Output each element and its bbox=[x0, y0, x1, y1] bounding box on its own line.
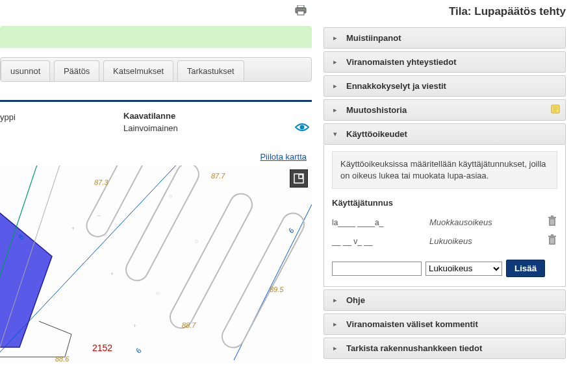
status-label: Tila: bbox=[449, 5, 472, 18]
accordion-title: Ohje bbox=[346, 295, 365, 305]
note-icon bbox=[551, 104, 560, 116]
svg-text:+: + bbox=[110, 271, 114, 277]
tab-tarkastukset[interactable]: Tarkastukset bbox=[177, 60, 244, 81]
permission-label: Lukuoikeus bbox=[429, 236, 547, 246]
kayttooikeudet-body: Käyttöoikeuksissa määritellään käyttäjät… bbox=[324, 145, 566, 287]
kaavatilanne-value: Lainvoimainen bbox=[123, 123, 295, 133]
accordion-title: Tarkista rakennushankkeen tiedot bbox=[346, 343, 482, 353]
accordion-muistiinpanot[interactable]: ▸Muistiinpanot bbox=[324, 27, 566, 49]
yppi-label: yppi bbox=[0, 112, 16, 122]
print-icon[interactable] bbox=[295, 5, 307, 18]
map-label: 89.5 bbox=[270, 286, 284, 293]
svg-rect-8 bbox=[166, 190, 256, 332]
svg-point-4 bbox=[300, 125, 305, 130]
trash-icon[interactable] bbox=[547, 234, 557, 248]
svg-text:○: ○ bbox=[156, 290, 159, 297]
svg-rect-26 bbox=[548, 217, 556, 218]
accordion-viranomaisten-kommentit[interactable]: ▸Viranomaisten väliset kommentit bbox=[324, 313, 566, 335]
map-label: 87.7 bbox=[211, 172, 225, 180]
accordion-tarkista[interactable]: ▸Tarkista rakennushankkeen tiedot bbox=[324, 337, 566, 359]
tab-katselmukset[interactable]: Katselmukset bbox=[103, 60, 173, 81]
kaavatilanne-title: Kaavatilanne bbox=[123, 111, 295, 121]
svg-text:○: ○ bbox=[169, 193, 172, 199]
accordion-title: Muistiinpanot bbox=[346, 33, 401, 43]
chevron-right-icon: ▸ bbox=[331, 34, 340, 42]
add-button[interactable]: Lisää bbox=[506, 260, 545, 277]
user-header: Käyttäjätunnus bbox=[332, 198, 557, 208]
eye-icon[interactable] bbox=[295, 123, 309, 134]
tabs-bar: usunnot Päätös Katselmukset Tarkastukset bbox=[0, 57, 312, 82]
permission-select[interactable]: Lukuoikeus bbox=[425, 262, 502, 276]
status-value-text: Lupapäätös tehty bbox=[474, 5, 566, 18]
username: __ __ v_ __ bbox=[332, 237, 429, 246]
map-viewport[interactable]: +– ++ ○○ ○○ ○ 87.3 87.7 89.5 88.7 2152 8… bbox=[0, 165, 312, 363]
svg-point-3 bbox=[303, 9, 305, 10]
username-input[interactable] bbox=[332, 262, 422, 276]
chevron-right-icon: ▸ bbox=[331, 82, 340, 90]
svg-rect-0 bbox=[298, 5, 304, 8]
map-label: 88.7 bbox=[182, 321, 196, 329]
svg-rect-20 bbox=[299, 175, 303, 178]
svg-rect-2 bbox=[298, 11, 304, 15]
notification-bar bbox=[0, 26, 312, 48]
chevron-down-icon: ▾ bbox=[331, 130, 340, 138]
svg-rect-33 bbox=[551, 234, 553, 236]
accordion-title: Muutoshistoria bbox=[346, 105, 407, 115]
map-label: 88.6 bbox=[55, 355, 70, 363]
svg-rect-32 bbox=[548, 236, 556, 237]
chevron-right-icon: ▸ bbox=[331, 58, 340, 66]
map-label: 87.3 bbox=[94, 178, 108, 186]
tab-usunnot[interactable]: usunnot bbox=[1, 60, 50, 81]
accordion-title: Käyttöoikeudet bbox=[346, 129, 407, 139]
svg-text:+: + bbox=[133, 323, 136, 329]
hide-map-link[interactable]: Piilota kartta bbox=[260, 152, 307, 162]
user-row: la____ ____a_ Muokkausoikeus bbox=[332, 213, 557, 232]
expand-map-icon[interactable] bbox=[290, 169, 308, 188]
chevron-right-icon: ▸ bbox=[331, 344, 340, 352]
svg-text:○: ○ bbox=[81, 261, 84, 267]
info-box: Käyttöoikeuksissa määritellään käyttäjät… bbox=[332, 151, 557, 189]
status-header: Tila: Lupapäätös tehty bbox=[324, 0, 566, 27]
chevron-right-icon: ▸ bbox=[331, 320, 340, 328]
map-label: 6 bbox=[134, 347, 143, 354]
accordion-muutoshistoria[interactable]: ▸Muutoshistoria bbox=[324, 99, 566, 121]
svg-text:○: ○ bbox=[195, 238, 198, 245]
svg-rect-7 bbox=[122, 165, 203, 284]
accordion-ohje[interactable]: ▸Ohje bbox=[324, 289, 566, 311]
svg-text:+: + bbox=[71, 225, 75, 232]
svg-text:–: – bbox=[97, 212, 101, 219]
username: la____ ____a_ bbox=[332, 218, 429, 227]
accordion-ennakkokyselyt[interactable]: ▸Ennakkokyselyt ja viestit bbox=[324, 75, 566, 97]
section-divider bbox=[0, 100, 312, 102]
map-label: 2152 bbox=[92, 343, 112, 353]
svg-rect-27 bbox=[551, 215, 553, 217]
trash-icon[interactable] bbox=[547, 215, 557, 229]
map-label: 6 bbox=[286, 227, 296, 234]
accordion-title: Ennakkokyselyt ja viestit bbox=[346, 81, 446, 91]
chevron-right-icon: ▸ bbox=[331, 106, 340, 114]
accordion-title: Viranomaisten väliset kommentit bbox=[346, 319, 478, 329]
accordion-kayttooikeudet[interactable]: ▾Käyttöoikeudet bbox=[324, 123, 566, 145]
svg-text:○: ○ bbox=[52, 293, 55, 300]
chevron-right-icon: ▸ bbox=[331, 296, 340, 304]
accordion-title: Viranomaisten yhteystiedot bbox=[346, 57, 457, 67]
accordion-viranomaisten-yhteystiedot[interactable]: ▸Viranomaisten yhteystiedot bbox=[324, 51, 566, 73]
tab-paatos[interactable]: Päätös bbox=[54, 60, 99, 81]
permission-label: Muokkausoikeus bbox=[429, 217, 547, 227]
user-row: __ __ v_ __ Lukuoikeus bbox=[332, 232, 557, 251]
